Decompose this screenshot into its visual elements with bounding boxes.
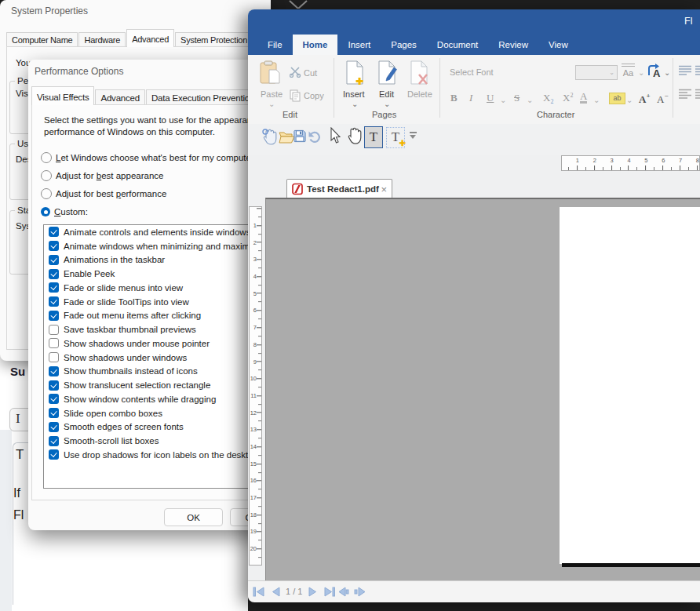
- visual-effect-option[interactable]: Slide open combo boxes: [44, 406, 272, 420]
- ribbon-tab[interactable]: File: [257, 35, 293, 55]
- copy-icon[interactable]: [290, 89, 301, 105]
- ribbon-tab[interactable]: Pages: [381, 35, 427, 55]
- strikethrough-dropdown-icon[interactable]: ⌄: [527, 96, 533, 104]
- visual-effect-option[interactable]: Animations in the taskbar: [44, 253, 272, 267]
- insert-pages-label[interactable]: Insert: [343, 89, 365, 99]
- ribbon-tab[interactable]: Home: [293, 35, 338, 55]
- radio-option[interactable]: Custom:: [41, 202, 254, 220]
- checkbox[interactable]: [49, 282, 59, 293]
- ribbon-tab[interactable]: Review: [488, 35, 538, 55]
- tab[interactable]: Visual Effects: [31, 86, 94, 105]
- paste-dropdown-icon[interactable]: ⌄: [268, 100, 275, 108]
- radio-button[interactable]: [41, 207, 50, 216]
- italic-button[interactable]: I: [469, 92, 472, 104]
- checkbox[interactable]: [49, 311, 59, 321]
- add-text-tool[interactable]: T✚: [386, 127, 405, 148]
- ok-button[interactable]: OK: [164, 508, 223, 526]
- shrink-font-button[interactable]: A−: [657, 92, 668, 106]
- paste-icon[interactable]: [259, 60, 283, 89]
- close-icon[interactable]: [287, 0, 309, 9]
- visual-effect-option[interactable]: Save taskbar thumbnail previews: [44, 322, 272, 336]
- tab[interactable]: System Protection: [175, 32, 253, 47]
- copy-label[interactable]: Copy: [304, 91, 324, 100]
- visual-effect-option[interactable]: Show translucent selection rectangle: [44, 378, 272, 392]
- radio-button[interactable]: [41, 170, 52, 181]
- underline-dropdown-icon[interactable]: ⌄: [500, 96, 506, 104]
- open-file-icon[interactable]: [279, 130, 295, 147]
- subscript-button[interactable]: X2: [543, 92, 553, 105]
- checkbox[interactable]: [49, 408, 59, 418]
- tab[interactable]: Advanced: [95, 89, 145, 105]
- visual-effect-option[interactable]: Show thumbnails instead of icons: [44, 365, 272, 379]
- align-icon[interactable]: [679, 89, 691, 103]
- checkbox[interactable]: [49, 422, 59, 432]
- underline-button[interactable]: U: [487, 92, 494, 104]
- cut-label[interactable]: Cut: [304, 68, 317, 78]
- bold-button[interactable]: B: [450, 92, 458, 104]
- visual-effect-option[interactable]: Show shadows under windows: [44, 351, 272, 365]
- highlight-button[interactable]: ab: [609, 93, 625, 104]
- tab-close-icon[interactable]: ×: [381, 184, 387, 195]
- align-icon-2[interactable]: [695, 89, 700, 103]
- checkbox[interactable]: [49, 255, 59, 265]
- edit-pages-icon[interactable]: [377, 60, 398, 90]
- visual-effect-option[interactable]: Animate controls and elements inside win…: [44, 225, 272, 239]
- undo-icon[interactable]: [308, 130, 321, 146]
- grow-font-button[interactable]: A+: [639, 92, 651, 106]
- visual-effects-list[interactable]: Animate controls and elements inside win…: [43, 224, 272, 489]
- text-case-dropdown-icon[interactable]: ⌄: [638, 68, 644, 77]
- text-direction-icon[interactable]: A: [647, 63, 662, 82]
- ribbon-tab[interactable]: Insert: [337, 35, 381, 55]
- pdf-page[interactable]: [560, 207, 700, 564]
- radio-option[interactable]: Let Windows choose what's best for my co…: [41, 148, 254, 166]
- paste-label[interactable]: Paste: [261, 89, 283, 99]
- checkbox[interactable]: [49, 325, 59, 335]
- text-direction-dropdown-icon[interactable]: ⌄: [664, 68, 670, 77]
- radio-button[interactable]: [41, 188, 52, 199]
- font-color-button[interactable]: A: [580, 92, 587, 104]
- tab[interactable]: Computer Name: [6, 32, 78, 47]
- checkbox[interactable]: [49, 227, 59, 237]
- checkbox[interactable]: [49, 449, 59, 460]
- pan-tool-icon[interactable]: [261, 128, 277, 150]
- insert-dropdown-icon[interactable]: ⌄: [352, 100, 358, 108]
- font-size-combo[interactable]: ⌄: [575, 65, 618, 80]
- highlight-dropdown-icon[interactable]: ⌄: [626, 96, 633, 104]
- visual-effect-option[interactable]: Enable Peek: [44, 267, 272, 281]
- tab[interactable]: Advanced: [126, 29, 174, 47]
- visual-effect-option[interactable]: Show shadows under mouse pointer: [44, 336, 272, 351]
- document-tab[interactable]: Test Redact1.pdf ×: [286, 179, 392, 198]
- save-icon[interactable]: [293, 129, 306, 146]
- visual-effect-option[interactable]: Fade out menu items after clicking: [44, 309, 272, 323]
- checkbox[interactable]: [49, 352, 59, 362]
- radio-option[interactable]: Adjust for best appearance: [41, 166, 254, 184]
- select-cursor-icon[interactable]: [329, 127, 341, 148]
- visual-effect-option[interactable]: Use drop shadows for icon labels on the …: [44, 448, 272, 462]
- tab[interactable]: Hardware: [78, 32, 126, 47]
- superscript-button[interactable]: X2: [563, 92, 573, 104]
- checkbox[interactable]: [49, 436, 59, 446]
- ribbon-tab[interactable]: Document: [427, 35, 488, 55]
- checkbox[interactable]: [49, 380, 59, 391]
- insert-pages-icon[interactable]: [345, 60, 366, 90]
- checkbox[interactable]: [49, 338, 59, 348]
- checkbox[interactable]: [49, 241, 59, 251]
- toolbar-overflow-icon[interactable]: [410, 132, 417, 141]
- delete-pages-icon[interactable]: [410, 60, 430, 90]
- visual-effect-option[interactable]: Show window contents while dragging: [44, 392, 272, 406]
- paragraph-icon-2[interactable]: [695, 65, 700, 79]
- radio-button[interactable]: [41, 152, 52, 163]
- visual-effect-option[interactable]: Fade or slide menus into view: [44, 281, 272, 295]
- visual-effect-option[interactable]: Fade or slide ToolTips into view: [44, 295, 272, 309]
- hand-tool-icon[interactable]: [346, 126, 362, 149]
- strikethrough-button[interactable]: S: [514, 92, 520, 104]
- visual-effect-option[interactable]: Animate windows when minimizing and maxi…: [44, 239, 272, 253]
- text-tool-selected[interactable]: T: [364, 126, 383, 148]
- visual-effect-option[interactable]: Smooth edges of screen fonts: [44, 420, 272, 435]
- paragraph-icon[interactable]: [679, 65, 691, 79]
- ribbon-tab[interactable]: View: [538, 35, 578, 55]
- edit-dropdown-icon[interactable]: ⌄: [384, 100, 390, 108]
- checkbox[interactable]: [49, 394, 59, 404]
- edit-pages-label[interactable]: Edit: [379, 89, 394, 99]
- visual-effect-option[interactable]: Smooth-scroll list boxes: [44, 434, 272, 448]
